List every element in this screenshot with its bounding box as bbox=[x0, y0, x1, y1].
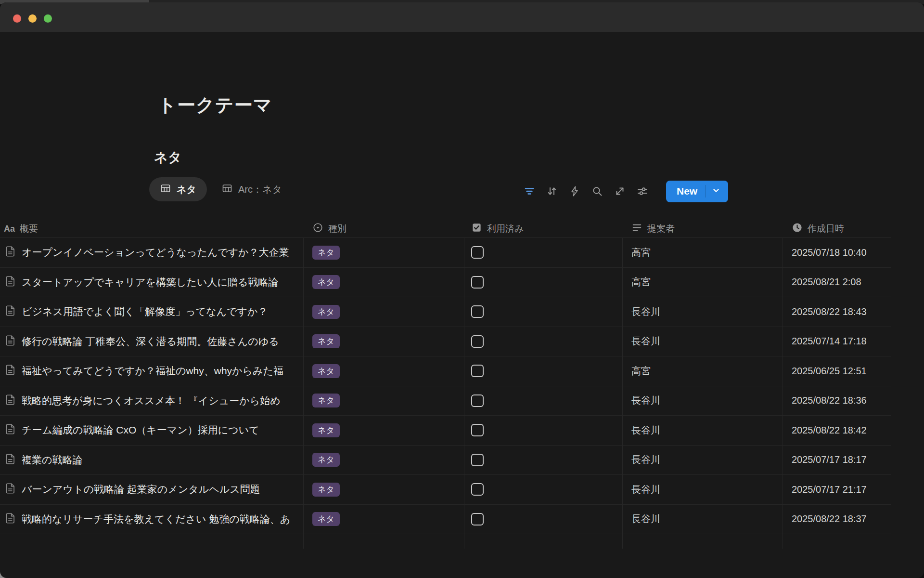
proposer-cell[interactable]: 長谷川 bbox=[623, 416, 783, 445]
proposer-cell[interactable]: 長谷川 bbox=[623, 327, 783, 356]
table-row[interactable]: 修行の戦略論 丁稚奉公、深く潜る期間。佐藤さんのゆる ネタ 長谷川 2025/0… bbox=[0, 327, 891, 357]
proposer-cell[interactable]: 高宮 bbox=[623, 268, 783, 297]
chevron-down-icon[interactable] bbox=[711, 185, 721, 198]
created-cell[interactable]: 2025/07/17 21:17 bbox=[783, 475, 891, 504]
proposer-cell[interactable]: 長谷川 bbox=[623, 475, 783, 504]
view-tabs: ネタ Arc：ネタ bbox=[149, 177, 284, 201]
zoom-window-button[interactable] bbox=[44, 14, 52, 23]
used-cell[interactable] bbox=[464, 327, 623, 356]
proposer-cell[interactable]: 長谷川 bbox=[623, 505, 783, 534]
type-cell[interactable]: ネタ bbox=[304, 505, 464, 534]
notion-window: トークテーマ ネタ ネタ Ar bbox=[0, 2, 924, 578]
created-cell[interactable]: 2025/08/22 18:43 bbox=[783, 297, 891, 327]
used-checkbox[interactable] bbox=[471, 365, 484, 377]
used-checkbox[interactable] bbox=[471, 394, 484, 407]
type-cell[interactable]: ネタ bbox=[304, 268, 464, 297]
created-cell[interactable]: 2025/08/22 18:42 bbox=[783, 416, 891, 445]
table-row[interactable]: 福祉やってみてどうですか？福祉のwhy、whyからみた福 ネタ 高宮 2025/… bbox=[0, 356, 891, 386]
used-checkbox[interactable] bbox=[471, 276, 484, 289]
created-cell[interactable]: 2025/08/22 18:37 bbox=[783, 505, 891, 534]
summary-cell[interactable]: ビジネス用語でよく聞く「解像度」ってなんですか？ bbox=[0, 297, 304, 327]
new-button[interactable]: New bbox=[666, 181, 728, 202]
used-cell[interactable] bbox=[464, 297, 623, 327]
created-cell[interactable]: 2025/08/22 18:36 bbox=[783, 386, 891, 416]
filter-icon[interactable] bbox=[524, 185, 535, 197]
expand-icon[interactable] bbox=[614, 185, 626, 197]
type-cell[interactable]: ネタ bbox=[304, 356, 464, 386]
database-title[interactable]: ネタ bbox=[154, 148, 181, 167]
table-row[interactable]: 戦略的なリサーチ手法を教えてください 勉強の戦略論、あ ネタ 長谷川 2025/… bbox=[0, 505, 891, 535]
used-cell[interactable] bbox=[464, 475, 623, 504]
used-checkbox[interactable] bbox=[471, 424, 484, 436]
type-cell[interactable]: ネタ bbox=[304, 327, 464, 356]
column-header-created[interactable]: 作成日時 bbox=[783, 220, 891, 237]
created-cell[interactable]: 2025/07/14 17:18 bbox=[783, 327, 891, 356]
used-cell[interactable] bbox=[464, 505, 623, 534]
summary-cell[interactable]: 戦略的思考が身につくオススメ本！ 『イシューから始め bbox=[0, 386, 304, 416]
used-checkbox[interactable] bbox=[471, 513, 484, 525]
table-row[interactable]: チーム編成の戦略論 CxO（キーマン）採用について ネタ 長谷川 2025/08… bbox=[0, 416, 891, 446]
type-cell[interactable]: ネタ bbox=[304, 416, 464, 445]
used-cell[interactable] bbox=[464, 386, 623, 416]
created-cell[interactable]: 2025/07/17 18:17 bbox=[783, 446, 891, 475]
summary-cell[interactable]: 福祉やってみてどうですか？福祉のwhy、whyからみた福 bbox=[0, 356, 304, 386]
column-header-used[interactable]: 利用済み bbox=[464, 220, 623, 237]
used-checkbox[interactable] bbox=[471, 335, 484, 348]
minimize-window-button[interactable] bbox=[28, 14, 37, 23]
type-cell[interactable]: ネタ bbox=[304, 446, 464, 475]
proposer-cell[interactable]: 長谷川 bbox=[623, 446, 783, 475]
used-cell[interactable] bbox=[464, 268, 623, 297]
view-tab-label: Arc：ネタ bbox=[238, 183, 282, 196]
proposer-cell[interactable]: 高宮 bbox=[623, 356, 783, 386]
used-cell[interactable] bbox=[464, 238, 623, 267]
automation-icon[interactable] bbox=[569, 185, 580, 197]
type-cell[interactable]: ネタ bbox=[304, 386, 464, 416]
used-cell[interactable] bbox=[464, 356, 623, 386]
proposer-cell[interactable]: 高宮 bbox=[623, 238, 783, 267]
proposer-cell[interactable]: 長谷川 bbox=[623, 297, 783, 327]
close-window-button[interactable] bbox=[13, 14, 21, 23]
used-checkbox[interactable] bbox=[471, 483, 484, 496]
type-tag: ネタ bbox=[312, 275, 340, 289]
table-row[interactable]: ビジネス用語でよく聞く「解像度」ってなんですか？ ネタ 長谷川 2025/08/… bbox=[0, 297, 891, 327]
used-checkbox[interactable] bbox=[471, 246, 484, 259]
table-row[interactable]: 戦略的思考が身につくオススメ本！ 『イシューから始め ネタ 長谷川 2025/0… bbox=[0, 386, 891, 416]
type-cell[interactable]: ネタ bbox=[304, 297, 464, 327]
table-row[interactable]: 複業の戦略論 ネタ 長谷川 2025/07/17 18:17 bbox=[0, 446, 891, 475]
summary-cell[interactable]: 修行の戦略論 丁稚奉公、深く潜る期間。佐藤さんのゆる bbox=[0, 327, 304, 356]
proposer-cell[interactable]: 長谷川 bbox=[623, 386, 783, 416]
search-icon[interactable] bbox=[591, 185, 603, 197]
type-cell[interactable]: ネタ bbox=[304, 238, 464, 267]
view-tab-arc-neta[interactable]: Arc：ネタ bbox=[219, 183, 284, 197]
page-icon bbox=[4, 275, 16, 289]
used-cell[interactable] bbox=[464, 446, 623, 475]
type-tag: ネタ bbox=[312, 483, 340, 497]
used-cell[interactable] bbox=[464, 416, 623, 445]
column-header-type[interactable]: 種別 bbox=[304, 220, 464, 237]
type-tag: ネタ bbox=[312, 512, 340, 526]
summary-cell[interactable]: バーンアウトの戦略論 起業家のメンタルヘルス問題 bbox=[0, 475, 304, 504]
summary-cell[interactable]: 複業の戦略論 bbox=[0, 446, 304, 475]
summary-cell[interactable]: チーム編成の戦略論 CxO（キーマン）採用について bbox=[0, 416, 304, 445]
used-checkbox[interactable] bbox=[471, 454, 484, 466]
view-settings-icon[interactable] bbox=[637, 185, 648, 197]
used-checkbox[interactable] bbox=[471, 305, 484, 318]
column-header-summary[interactable]: Aa 概要 bbox=[0, 220, 304, 237]
summary-cell[interactable]: 戦略的なリサーチ手法を教えてください 勉強の戦略論、あ bbox=[0, 505, 304, 534]
column-header-proposer[interactable]: 提案者 bbox=[623, 220, 783, 237]
table-row[interactable]: バーンアウトの戦略論 起業家のメンタルヘルス問題 ネタ 長谷川 2025/07/… bbox=[0, 475, 891, 505]
created-cell[interactable]: 2025/07/18 10:40 bbox=[783, 238, 891, 267]
table-row[interactable]: オープンイノベーションってどうなったんですか？大企業 ネタ 高宮 2025/07… bbox=[0, 238, 891, 268]
new-button-label: New bbox=[677, 185, 697, 197]
type-cell[interactable]: ネタ bbox=[304, 475, 464, 504]
proposer-text: 高宮 bbox=[631, 276, 651, 289]
created-cell[interactable]: 2025/08/21 2:08 bbox=[783, 268, 891, 297]
text-icon bbox=[631, 222, 642, 236]
page-title[interactable]: トークテーマ bbox=[158, 93, 272, 118]
created-cell[interactable]: 2025/06/25 12:51 bbox=[783, 356, 891, 386]
view-tab-neta[interactable]: ネタ bbox=[149, 177, 207, 201]
table-row[interactable]: スタートアップでキャリアを構築したい人に贈る戦略論 ネタ 高宮 2025/08/… bbox=[0, 268, 891, 298]
summary-cell[interactable]: オープンイノベーションってどうなったんですか？大企業 bbox=[0, 238, 304, 267]
summary-cell[interactable]: スタートアップでキャリアを構築したい人に贈る戦略論 bbox=[0, 268, 304, 297]
sort-icon[interactable] bbox=[546, 185, 558, 197]
